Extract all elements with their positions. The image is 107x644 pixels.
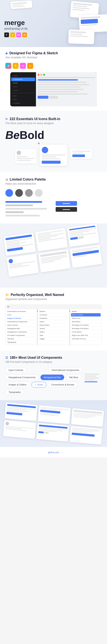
tilted-card-5 (38, 249, 71, 272)
tag-navbar[interactable]: Navigational Bar (40, 374, 64, 380)
swatch-blue (5, 189, 13, 197)
tag-informational[interactable]: Informational Components (48, 367, 82, 373)
table-row-rect-icon: Rectangle Icon Button (71, 324, 100, 327)
table-row-sliders: Sliders (39, 330, 68, 334)
xd-tool-badge: Xd (20, 63, 26, 69)
refresh-icon: ↻ (5, 117, 8, 121)
sidebar-row-1: ▪ Layers (10, 74, 36, 78)
xd-badge: Xd (16, 32, 21, 37)
bottom-card-4 (3, 420, 36, 439)
component-table: 00 Connections & Arrows Icons Images & G… (5, 304, 102, 345)
mockup-small-2 (71, 149, 92, 159)
swatch-light (35, 189, 43, 197)
app-row-blue (38, 79, 78, 80)
bar-gray-1 (5, 204, 33, 206)
table-row-toggle: Toggle (39, 337, 68, 340)
tag-images[interactable]: Images & Gallery (5, 382, 30, 388)
table-row-checkbox: Checkbox (39, 313, 68, 317)
table-col-2: Buttons Checkbox Dropdown Inputs Radio B… (38, 309, 69, 345)
designed-section: ◆ Designed For Figma & Sketch Also Avail… (0, 47, 107, 111)
app-sidebar: ▪ Layers ▪ Components ▪ Assets ▪ Styles … (10, 72, 36, 106)
table-row-circle: Circle Button (71, 330, 100, 334)
color-swatches (5, 189, 102, 197)
bar-gray-2 (5, 211, 24, 213)
bottom-card-3 (71, 408, 104, 427)
components-subtitle: 185 Pre-built Components In 10 category (5, 360, 102, 364)
color-bars-section: ■■■■■■■■ ■■■■■■■■ (5, 201, 102, 218)
table-row-images: Images & Gallery (7, 317, 36, 320)
tag-input-controls[interactable]: Input Controls (5, 367, 26, 373)
tag-icons[interactable]: ✓ Icons (32, 382, 46, 388)
mockup-decorative (38, 142, 40, 144)
hero-badges: F S Xd Ai (4, 32, 103, 37)
mockup-avatar (42, 147, 48, 153)
bebold-be: Be (5, 129, 20, 141)
table-row-button-inactive: Button Inactive (71, 313, 100, 317)
table-row-buttons: Buttons (39, 310, 68, 313)
table-row-right-icons: Right Icons With Text (71, 334, 100, 337)
folder-icon: 📁 (5, 293, 9, 296)
icons-subtitle: The Most used UI Icons for every designe… (5, 122, 102, 125)
table-row-navbar: Navigational Bar (7, 327, 36, 330)
ai-tool-badge: Ai (27, 63, 33, 69)
btn-preview-blue: ■■■■■■■■ (56, 201, 77, 206)
tag-typography[interactable]: Typography (5, 389, 24, 395)
mockup-button (42, 161, 61, 164)
sketch-tool-badge: S (13, 63, 19, 69)
table-row-radio: Radio Button (39, 324, 68, 327)
ms2-line-1 (72, 151, 90, 152)
app-row-1 (38, 77, 95, 78)
table-row-input: Input Controls (7, 324, 36, 327)
footer-link: gfxtra.com (48, 451, 59, 454)
tag-connections[interactable]: Connections & Arrows (48, 382, 77, 388)
tilted-card-6 (70, 245, 102, 268)
bar-light-2 (5, 215, 40, 216)
app-row-4 (38, 84, 89, 85)
figma-badge: F (4, 32, 9, 37)
colors-title: ◑ Limited Colors Palette (5, 178, 102, 182)
table-body: Connections & Arrows Icons Images & Gall… (6, 309, 101, 345)
hero-subtitle: wireframing UI kit (4, 27, 103, 30)
bottom-card-5 (36, 423, 69, 442)
app-row-7 (38, 91, 78, 92)
wireframe-mockups (5, 145, 102, 166)
bottom-wireframes-section (0, 400, 107, 447)
app-row-6 (38, 89, 84, 90)
decorative-bars (84, 374, 99, 382)
organized-subtitle: Organized symbols and components (5, 298, 102, 301)
ai-badge: Ai (22, 32, 27, 37)
app-main (36, 72, 97, 106)
mockup-main-card (40, 145, 67, 166)
bar-light-1 (5, 208, 47, 210)
sidebar-row-active: ▪ Components (11, 78, 35, 81)
table-row-connections: Connections & Arrows (7, 310, 36, 313)
table-row-typography: Typography (7, 340, 36, 344)
sidebar-row-8: ▪ Navigation (10, 101, 36, 105)
table-header: 00 (6, 305, 101, 309)
table-row-button: Button (71, 310, 100, 313)
app-row-5 (38, 86, 81, 88)
bottom-card-1 (5, 402, 37, 421)
hero-section: merge wireframing UI kit F S Xd Ai (0, 0, 107, 47)
tag-tab-bars[interactable]: Tab Bars (66, 374, 81, 380)
table-row-button-icon: Button Icon (71, 317, 100, 320)
swatch-gray (25, 189, 33, 197)
bebold-bold: Bold (20, 129, 44, 141)
btn-preview-dark: ■■■■■■■■ (56, 207, 77, 212)
components-section: ☰ 185+ Most Used UI Components 185 Pre-b… (0, 350, 107, 400)
table-col-3: Button Button Inactive Button Icon Mini … (70, 309, 101, 345)
wireframes-section (0, 224, 107, 288)
app-row-8 (38, 93, 88, 95)
tilted-card-3 (67, 224, 99, 247)
button-previews: ■■■■■■■■ ■■■■■■■■ (56, 201, 102, 212)
bottom-card-2 (38, 405, 71, 424)
tag-navigational[interactable]: Navigational Components (5, 374, 39, 380)
table-row-dropdown: Dropdown (39, 317, 68, 320)
tilted-card-1 (4, 232, 36, 256)
sidebar-row-4: ▪ Styles (10, 85, 36, 88)
sidebar-row-3: ▪ Assets (10, 81, 36, 85)
list-icon: ☰ (5, 356, 8, 360)
table-row-search: Search (39, 327, 68, 330)
designed-subtitle: Also Available XD, Illustrator (5, 56, 102, 59)
icons-title: ↻ 222 Essentials UI Icons Built-in (5, 117, 102, 121)
